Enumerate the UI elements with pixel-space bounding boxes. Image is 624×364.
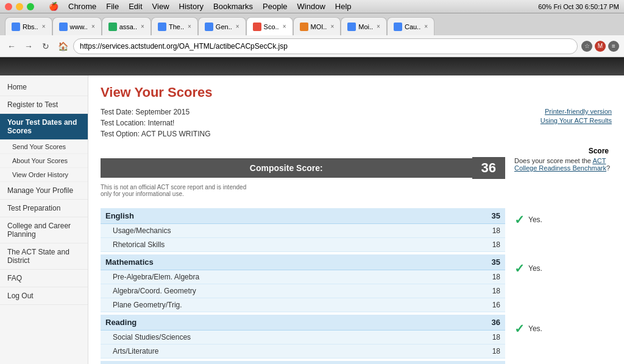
sidebar-item-faq[interactable]: FAQ	[0, 270, 88, 287]
back-button[interactable]: ←	[5, 40, 18, 53]
menu-people[interactable]: People	[263, 2, 287, 11]
algebra-score: 18	[482, 287, 500, 295]
tab-label-3: The..	[169, 23, 184, 30]
main-content: View Your Scores Test Date: September 20…	[88, 75, 624, 364]
subsection-algebra: Algebra/Coord. Geometry 18	[101, 284, 505, 298]
tab-label-8: Cau..	[405, 23, 420, 30]
section-science: Science 36	[101, 361, 505, 364]
tab-2[interactable]: assa.. ×	[102, 17, 151, 35]
status-text: 60% Fri Oct 30 6:50:17 PM	[538, 3, 619, 10]
section-math: Mathematics 35	[101, 254, 505, 270]
tab-3[interactable]: The.. ×	[151, 17, 198, 35]
benchmark-link[interactable]: ACT College Readiness Benchmark	[514, 157, 606, 172]
menu-edit[interactable]: Edit	[129, 2, 142, 11]
menu-icon[interactable]: ≡	[608, 41, 619, 52]
window-buttons[interactable]	[5, 3, 39, 10]
tab-label-1: www..	[70, 23, 88, 30]
reading-yes: Yes.	[528, 324, 542, 333]
subsection-rhetorical: Rhetorical Skills 18	[101, 238, 505, 252]
menu-file[interactable]: File	[106, 2, 119, 11]
tab-close-5[interactable]: ×	[283, 23, 286, 30]
menu-window[interactable]: Window	[297, 2, 325, 11]
menu-bar: 🍎 Chrome File Edit View History Bookmark…	[0, 0, 624, 13]
forward-button[interactable]: →	[22, 40, 35, 53]
tab-close-7[interactable]: ×	[377, 23, 380, 30]
usage-score: 18	[482, 226, 500, 235]
menu-help[interactable]: Help	[335, 2, 352, 11]
rhetorical-label: Rhetorical Skills	[113, 240, 482, 249]
bookmark-icon[interactable]: ☆	[581, 41, 592, 52]
tab-5[interactable]: Sco.. ×	[246, 17, 293, 35]
guide-link[interactable]: Using Your ACT Results	[541, 117, 612, 124]
test-date: Test Date: September 2015	[101, 108, 211, 116]
menu-history[interactable]: History	[179, 2, 204, 11]
menu-chrome[interactable]: Chrome	[68, 2, 96, 11]
subsection-prealgebra: Pre-Algebra/Elem. Algebra 18	[101, 270, 505, 284]
favicon-2	[108, 23, 117, 31]
page-title: View Your Scores	[101, 85, 612, 100]
sidebar-item-register[interactable]: Register to Test	[0, 96, 88, 114]
tab-close-8[interactable]: ×	[424, 23, 428, 30]
sidebar-item-scores[interactable]: Your Test Dates and Scores	[0, 114, 88, 140]
composite-score: 36	[472, 157, 505, 179]
top-section: Test Date: September 2015 Test Location:…	[101, 108, 612, 141]
section-english: English 35	[101, 208, 505, 224]
menu-apple[interactable]: 🍎	[49, 2, 58, 11]
sidebar-subitem-about[interactable]: About Your Scores	[0, 154, 88, 168]
favicon-3	[158, 23, 166, 31]
tab-4[interactable]: Gen.. ×	[198, 17, 246, 35]
menu-bookmarks[interactable]: Bookmarks	[213, 2, 253, 11]
sidebar-item-college[interactable]: College and Career Planning	[0, 217, 88, 243]
social-score: 18	[482, 333, 500, 341]
tab-close-0[interactable]: ×	[42, 23, 46, 30]
menu-view[interactable]: View	[152, 2, 169, 11]
algebra-label: Algebra/Coord. Geometry	[113, 287, 482, 295]
subsection-social: Social Studies/Sciences 18	[101, 331, 505, 345]
scores-table: English 35 Usage/Mechanics 18 Rhetorical…	[101, 208, 612, 364]
sidebar-item-home[interactable]: Home	[0, 79, 88, 96]
extensions-icon[interactable]: M	[595, 41, 606, 52]
close-button[interactable]	[5, 3, 12, 10]
arts-label: Arts/Literature	[113, 347, 482, 355]
english-benchmark: ✓ Yes.	[514, 208, 612, 231]
home-button[interactable]: 🏠	[56, 40, 69, 53]
tab-1[interactable]: www.. ×	[52, 17, 102, 35]
tab-6[interactable]: MOI.. ×	[293, 17, 341, 35]
tab-8[interactable]: Cau.. ×	[387, 17, 434, 35]
reading-score: 36	[482, 318, 500, 327]
sidebar: Home Register to Test Your Test Dates an…	[0, 75, 88, 364]
address-input[interactable]	[73, 38, 578, 54]
status-bar: 60% Fri Oct 30 6:50:17 PM	[538, 3, 619, 10]
favicon-8	[394, 23, 402, 31]
sidebar-subitem-send[interactable]: Send Your Scores	[0, 140, 88, 154]
tab-bar: Rbs.. × www.. × assa.. × The.. × Gen.. ×…	[0, 13, 624, 35]
maximize-button[interactable]	[27, 3, 34, 10]
tab-close-2[interactable]: ×	[141, 23, 144, 30]
tab-close-6[interactable]: ×	[330, 23, 334, 30]
math-score: 35	[482, 257, 500, 267]
tab-close-4[interactable]: ×	[236, 23, 239, 30]
sidebar-item-logout[interactable]: Log Out	[0, 287, 88, 305]
tab-close-3[interactable]: ×	[188, 23, 191, 30]
top-banner	[0, 57, 624, 75]
tab-close-1[interactable]: ×	[91, 23, 95, 30]
sidebar-item-state[interactable]: The ACT State and District	[0, 243, 88, 270]
top-links: Printer-friendly version Using Your ACT …	[541, 108, 612, 141]
printer-link[interactable]: Printer-friendly version	[541, 108, 612, 115]
usage-label: Usage/Mechanics	[113, 226, 482, 235]
tab-7[interactable]: Moi.. ×	[341, 17, 387, 35]
sidebar-item-test-prep[interactable]: Test Preparation	[0, 200, 88, 217]
favicon-0	[12, 23, 20, 31]
score-header: Score	[589, 147, 609, 155]
tab-label-7: Moi..	[358, 23, 373, 30]
minimize-button[interactable]	[16, 3, 23, 10]
sidebar-item-profile[interactable]: Manage Your Profile	[0, 182, 88, 200]
composite-row: Composite Score: 36	[101, 157, 505, 179]
favicon-5	[253, 23, 261, 31]
rhetorical-score: 18	[482, 240, 500, 249]
tab-0[interactable]: Rbs.. ×	[5, 17, 52, 35]
reload-button[interactable]: ↻	[39, 40, 52, 53]
reading-benchmark: ✓ Yes.	[514, 317, 612, 340]
benchmark-column: ✓ Yes. ✓ Yes.	[514, 208, 612, 364]
sidebar-subitem-order[interactable]: View Order History	[0, 168, 88, 182]
